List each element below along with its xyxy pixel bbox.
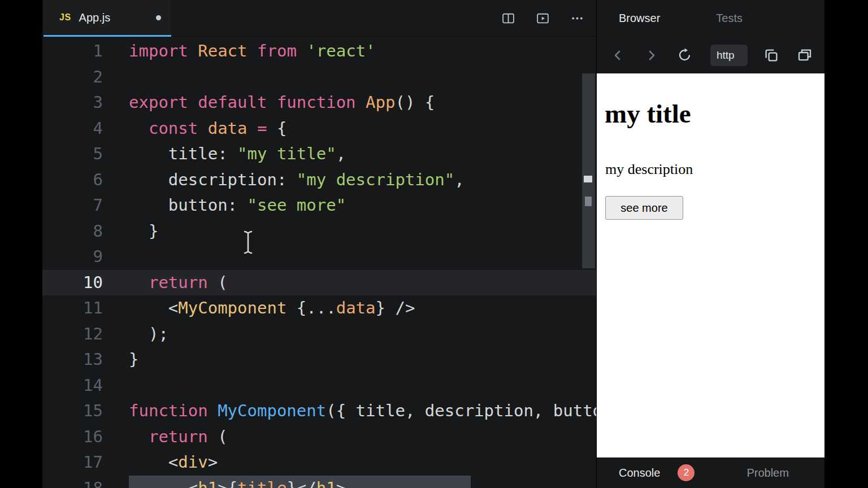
new-window-icon[interactable] — [794, 45, 815, 66]
code-line[interactable]: 11 <MyComponent {...data} /> — [42, 295, 596, 321]
devtools-bar: Console 2 Problems — [597, 457, 824, 488]
refresh-icon[interactable] — [677, 47, 692, 63]
editor-panel: JS App.js — [42, 0, 596, 488]
code-line[interactable]: 18 <h1>{title}</h1> — [42, 476, 596, 488]
preview-panel: Browser Tests http — [597, 0, 824, 488]
code-line[interactable]: 17 <div> — [42, 450, 596, 476]
code-line[interactable]: 6 description: "my description", — [42, 167, 596, 193]
code-line[interactable]: 3export default function App() { — [42, 90, 596, 116]
code-editor[interactable]: 1import React from 'react'23export defau… — [42, 37, 596, 488]
open-preview-icon[interactable] — [536, 11, 550, 25]
code-text: import React from 'react' — [129, 38, 376, 64]
browser-viewport: my title my description see more — [597, 73, 824, 457]
code-line[interactable]: 9 — [42, 244, 596, 270]
line-number[interactable]: 15 — [42, 398, 103, 424]
code-line[interactable]: 10 return ( — [42, 270, 596, 296]
line-number[interactable]: 1 — [42, 38, 103, 64]
code-line[interactable]: 5 title: "my title", — [42, 141, 596, 167]
code-line[interactable]: 7 button: "see more" — [42, 193, 596, 219]
see-more-button[interactable]: see more — [605, 196, 683, 220]
line-number[interactable]: 2 — [42, 64, 103, 90]
line-number[interactable]: 5 — [42, 141, 103, 167]
tab-appjs[interactable]: JS App.js — [44, 0, 171, 37]
editor-scrollbar[interactable] — [582, 73, 595, 268]
page-title: my title — [605, 98, 691, 129]
unsaved-indicator-icon — [156, 15, 161, 20]
tab-tests[interactable]: Tests — [716, 12, 743, 25]
preview-tabbar: Browser Tests — [597, 0, 824, 37]
split-editor-icon[interactable] — [501, 11, 515, 25]
code-text: <div> — [129, 450, 218, 476]
code-line[interactable]: 13} — [42, 347, 596, 373]
code-line[interactable]: 4 const data = { — [42, 116, 596, 142]
page-description: my description — [605, 161, 693, 178]
line-number[interactable]: 10 — [42, 270, 103, 296]
problems-tab[interactable]: Problems — [747, 467, 789, 480]
line-number[interactable]: 16 — [42, 424, 103, 450]
app-root: JS App.js — [0, 0, 868, 488]
code-line[interactable]: 16 return ( — [42, 424, 596, 450]
code-line[interactable]: 12 ); — [42, 321, 596, 347]
code-text: return ( — [129, 424, 228, 450]
line-number[interactable]: 18 — [42, 476, 103, 488]
code-text: const data = { — [129, 116, 287, 142]
code-line[interactable]: 14 — [42, 373, 596, 399]
browser-toolbar: http — [597, 37, 824, 73]
back-icon[interactable] — [610, 48, 625, 63]
editor-tabbar: JS App.js — [42, 0, 596, 37]
code-text: export default function App() { — [129, 90, 435, 116]
code-text: button: "see more" — [129, 193, 346, 219]
line-number[interactable]: 12 — [42, 321, 103, 347]
editor-toolbar — [501, 0, 584, 37]
text-cursor-pointer — [241, 229, 255, 255]
code-line[interactable]: 8 } — [42, 219, 596, 245]
line-number[interactable]: 6 — [42, 167, 103, 193]
line-number[interactable]: 13 — [42, 347, 103, 373]
code-text: } — [129, 347, 138, 373]
code-text: } — [129, 219, 158, 245]
line-number[interactable]: 17 — [42, 450, 103, 476]
line-number[interactable]: 4 — [42, 116, 103, 142]
code-line[interactable]: 15function MyComponent({ title, descript… — [42, 398, 596, 424]
line-number[interactable]: 7 — [42, 193, 103, 219]
line-number[interactable]: 8 — [42, 219, 103, 245]
code-text: return ( — [129, 270, 228, 296]
line-number[interactable]: 11 — [42, 295, 103, 321]
tab-title: App.js — [79, 11, 111, 24]
line-number[interactable]: 9 — [42, 244, 103, 270]
code-line[interactable]: 1import React from 'react' — [42, 38, 596, 64]
code-text: ); — [129, 321, 168, 347]
code-text: <h1>{title}</h1> — [129, 476, 471, 488]
copy-icon[interactable] — [761, 45, 782, 66]
console-tab[interactable]: Console — [619, 467, 660, 480]
tab-browser[interactable]: Browser — [619, 12, 660, 25]
console-badge: 2 — [678, 464, 695, 481]
forward-icon[interactable] — [644, 48, 659, 63]
line-number[interactable]: 14 — [42, 373, 103, 399]
overview-ruler-mark — [584, 176, 592, 182]
code-lines: 1import React from 'react'23export defau… — [42, 38, 596, 488]
javascript-file-icon: JS — [59, 12, 71, 23]
line-number[interactable]: 3 — [42, 90, 103, 116]
code-line[interactable]: 2 — [42, 64, 596, 90]
url-input[interactable]: http — [710, 45, 748, 66]
code-text: title: "my title", — [129, 141, 346, 167]
code-text: <MyComponent {...data} /> — [129, 295, 415, 321]
overview-ruler-mark — [585, 197, 592, 206]
code-text: description: "my description", — [129, 167, 465, 193]
code-text: function MyComponent({ title, descriptio… — [129, 398, 596, 424]
more-actions-icon[interactable] — [570, 11, 584, 25]
